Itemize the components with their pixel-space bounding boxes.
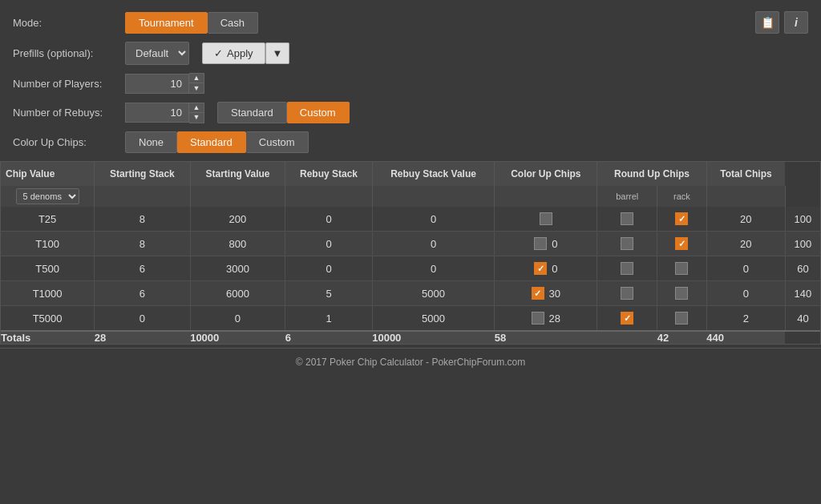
chip-name: T500: [1, 256, 95, 281]
color-up-cell[interactable]: [495, 207, 597, 232]
rack-checkbox[interactable]: [675, 312, 688, 325]
table-row: T5000001500028240: [1, 306, 820, 332]
barrel[interactable]: [597, 281, 657, 306]
barrel[interactable]: [597, 256, 657, 281]
rebuys-input[interactable]: [125, 103, 189, 123]
totals-starting-value: 10000: [190, 331, 285, 344]
info-icon-button[interactable]: i: [784, 11, 808, 34]
rack[interactable]: [657, 207, 707, 232]
standard-rebuys-button[interactable]: Standard: [217, 102, 287, 123]
rack-checkbox[interactable]: [675, 287, 688, 300]
barrel-checkbox[interactable]: [621, 312, 633, 325]
color-up-cell[interactable]: 0: [495, 256, 597, 281]
barrel[interactable]: [597, 232, 657, 256]
color-up-cell[interactable]: 0: [495, 232, 597, 256]
barrel-checkbox[interactable]: [621, 287, 633, 300]
tournament-button[interactable]: Tournament: [125, 12, 208, 34]
rack[interactable]: [657, 232, 707, 256]
barrel-checkbox[interactable]: [621, 237, 633, 250]
chip-name: T25: [1, 207, 95, 232]
starting-stack: 8: [95, 232, 190, 256]
players-decrement[interactable]: ▼: [189, 83, 204, 93]
starting-stack: 6: [95, 256, 190, 281]
rebuys-decrement[interactable]: ▼: [189, 113, 204, 123]
rack-checkbox[interactable]: [675, 212, 688, 225]
cash-button[interactable]: Cash: [208, 12, 258, 34]
barrel-checkbox[interactable]: [621, 212, 633, 225]
totals-round-up: 42: [657, 331, 707, 344]
color-up-checkbox[interactable]: [532, 287, 544, 300]
rack[interactable]: [657, 281, 707, 306]
sub-rack: rack: [657, 186, 707, 207]
apply-dropdown-button[interactable]: ▼: [265, 42, 290, 64]
standard-color-button[interactable]: Standard: [177, 131, 246, 153]
prefills-label: Prefills (optional):: [13, 47, 125, 59]
totals-rebuy-stack: 6: [285, 331, 372, 344]
checkmark-icon: ✓: [214, 47, 223, 59]
copy-icon-button[interactable]: 📋: [755, 11, 779, 34]
mode-button-group: Tournament Cash: [125, 12, 258, 34]
custom-color-button[interactable]: Custom: [246, 131, 309, 153]
denoms-select[interactable]: 5 denoms: [16, 188, 79, 204]
rack[interactable]: [657, 306, 707, 332]
color-up-cell[interactable]: 28: [495, 306, 597, 332]
mode-label: Mode:: [13, 17, 125, 29]
players-increment[interactable]: ▲: [189, 74, 204, 83]
rack-checkbox[interactable]: [675, 262, 688, 275]
starting-value: 6000: [190, 281, 285, 306]
starting-value: 200: [190, 207, 285, 232]
rebuy-stack-value: 0: [372, 232, 495, 256]
col-starting-value: Starting Value: [190, 162, 285, 186]
table-row: T2582000020100: [1, 207, 820, 232]
starting-stack: 0: [95, 306, 190, 332]
starting-stack: 8: [95, 207, 190, 232]
total-chips: 60: [785, 256, 820, 281]
col-color-up: Color Up Chips: [495, 162, 597, 186]
col-chip-value: Chip Value: [1, 162, 95, 186]
players-input[interactable]: [125, 74, 189, 94]
players-label: Number of Players:: [13, 78, 125, 90]
totals-label: Totals: [1, 331, 95, 344]
totals-color-up: 58: [495, 331, 597, 344]
col-rebuy-stack-value: Rebuy Stack Value: [372, 162, 495, 186]
chip-name: T100: [1, 232, 95, 256]
denoms-cell[interactable]: 5 denoms: [1, 186, 95, 207]
rack-checkbox[interactable]: [675, 237, 688, 250]
rebuy-stack-value: 0: [372, 207, 495, 232]
chip-table-container: Chip Value Starting Stack Starting Value…: [0, 161, 821, 345]
starting-value: 800: [190, 232, 285, 256]
color-up-label: Color Up Chips:: [13, 136, 125, 148]
barrel-checkbox[interactable]: [621, 262, 633, 275]
starting-value: 0: [190, 306, 285, 332]
rebuy-stack-value: 5000: [372, 306, 495, 332]
rebuy-stack-value: 0: [372, 256, 495, 281]
totals-starting-stack: 28: [95, 331, 190, 344]
rebuy-stack: 5: [285, 281, 372, 306]
chip-name: T5000: [1, 306, 95, 332]
none-color-button[interactable]: None: [125, 131, 177, 153]
rebuy-stack: 0: [285, 256, 372, 281]
custom-rebuys-button[interactable]: Custom: [287, 102, 350, 123]
sub-barrel: barrel: [597, 186, 657, 207]
rack[interactable]: [657, 256, 707, 281]
prefills-select[interactable]: Default: [125, 42, 189, 65]
color-up-checkbox[interactable]: [534, 237, 547, 250]
rebuys-input-wrap: ▲ ▼: [125, 103, 204, 123]
total-chips: 100: [785, 232, 820, 256]
color-up-group: None Standard Custom: [125, 131, 309, 153]
rebuys-increment[interactable]: ▲: [189, 103, 204, 113]
chip-name: T1000: [1, 281, 95, 306]
color-up-checkbox[interactable]: [532, 312, 544, 325]
rebuy-stack: 1: [285, 306, 372, 332]
barrel[interactable]: [597, 306, 657, 332]
color-up-checkbox[interactable]: [534, 262, 547, 275]
color-up-checkbox[interactable]: [540, 212, 552, 225]
color-up-cell[interactable]: 30: [495, 281, 597, 306]
col-starting-stack: Starting Stack: [95, 162, 190, 186]
apply-button[interactable]: ✓ Apply: [202, 42, 265, 64]
round-up: 2: [706, 306, 785, 332]
barrel[interactable]: [597, 207, 657, 232]
players-input-wrap: ▲ ▼: [125, 73, 204, 94]
round-up: 20: [706, 207, 785, 232]
total-chips: 140: [785, 281, 820, 306]
